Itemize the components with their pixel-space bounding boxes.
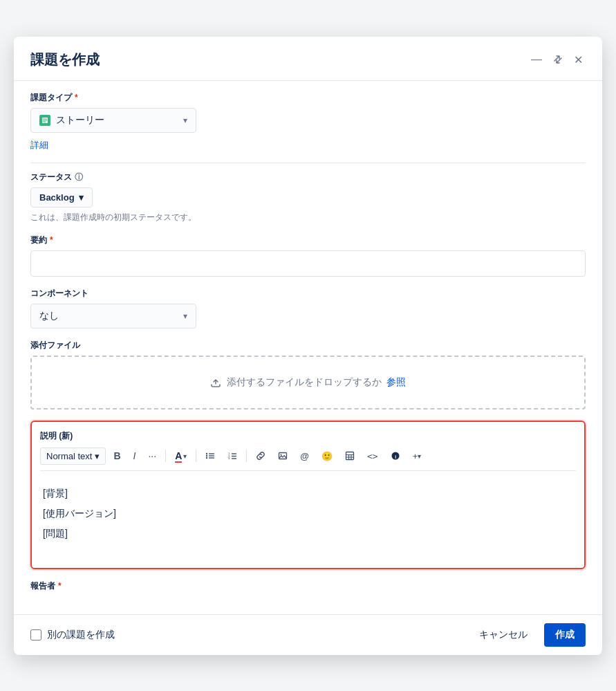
bold-button[interactable]: B [109, 448, 125, 464]
description-section: 説明 (新) Normal text ▾ B I ··· A ▾ [30, 421, 586, 569]
minimize-button[interactable]: — [528, 50, 545, 69]
component-value: なし [39, 310, 59, 322]
attachment-section: 添付ファイル 添付するファイルをドロップするか 参照 [30, 340, 586, 409]
dialog-footer: 別の課題を作成 キャンセル 作成 [14, 614, 602, 655]
dialog-title: 課題を作成 [30, 50, 100, 69]
required-star: * [75, 93, 78, 102]
svg-rect-13 [279, 453, 287, 459]
create-another-wrapper[interactable]: 別の課題を作成 [30, 629, 115, 641]
emoji-button[interactable]: 🙂 [317, 448, 337, 464]
upload-icon [210, 376, 227, 387]
more-formatting-button[interactable]: ··· [143, 448, 161, 464]
summary-label: 要約 * [30, 234, 586, 246]
bullet-list-button[interactable] [200, 448, 220, 463]
required-star-reporter: * [58, 581, 62, 591]
create-button[interactable]: 作成 [544, 623, 586, 647]
editor-toolbar: Normal text ▾ B I ··· A ▾ [40, 448, 576, 471]
svg-point-3 [206, 457, 207, 459]
resize-button[interactable] [550, 50, 566, 69]
text-style-chevron-icon: ▾ [95, 451, 100, 461]
component-dropdown[interactable]: なし ▾ [30, 304, 196, 329]
text-style-dropdown[interactable]: Normal text ▾ [40, 448, 106, 465]
status-label: ステータス ⓘ [30, 172, 586, 183]
attachment-instruction: 添付するファイルをドロップするか 参照 [210, 376, 407, 387]
story-icon [39, 115, 50, 126]
browse-link[interactable]: 参照 [386, 376, 406, 387]
info-button[interactable]: i [386, 448, 405, 463]
italic-button[interactable]: I [129, 448, 141, 464]
cancel-button[interactable]: キャンセル [468, 623, 539, 647]
reporter-section: 報告者 * [30, 580, 586, 592]
image-button[interactable] [273, 448, 292, 463]
create-another-label: 別の課題を作成 [47, 629, 115, 641]
code-button[interactable]: <> [362, 448, 383, 464]
separator-2 [196, 450, 196, 462]
description-label: 説明 (新) [40, 430, 576, 442]
attachment-dropzone[interactable]: 添付するファイルをドロップするか 参照 [30, 356, 586, 409]
summary-section: 要約 * [30, 234, 586, 277]
dialog-controls: — ✕ [528, 50, 586, 69]
content-line-3: [問題] [43, 525, 573, 542]
more-options-button[interactable]: +▾ [408, 448, 427, 464]
separator-1 [165, 450, 166, 462]
create-another-checkbox[interactable] [30, 629, 41, 641]
status-dropdown[interactable]: Backlog ▾ [30, 187, 93, 208]
dialog-header: 課題を作成 — ✕ [14, 37, 602, 81]
reporter-label: 報告者 * [30, 580, 586, 592]
status-section: ステータス ⓘ Backlog ▾ これは、課題作成時の初期ステータスです。 [30, 172, 586, 223]
divider-1 [30, 163, 586, 163]
svg-text:i: i [395, 454, 396, 459]
content-line-2: [使用バージョン] [43, 505, 573, 522]
table-button[interactable] [340, 448, 360, 463]
color-chevron-icon: ▾ [183, 452, 187, 460]
status-hint: これは、課題作成時の初期ステータスです。 [30, 212, 586, 223]
summary-input[interactable] [30, 250, 586, 277]
separator-3 [246, 450, 247, 462]
attachment-label: 添付ファイル [30, 340, 586, 351]
component-label: コンポーネント [30, 288, 586, 300]
info-icon: ⓘ [75, 172, 83, 183]
detail-link[interactable]: 詳細 [30, 140, 48, 150]
content-line-1: [背景] [43, 485, 573, 502]
chevron-down-icon: ▾ [183, 116, 187, 125]
svg-text:3.: 3. [228, 457, 230, 460]
image-icon [278, 451, 288, 461]
component-chevron-icon: ▾ [183, 311, 187, 321]
close-button[interactable]: ✕ [571, 50, 586, 69]
svg-point-2 [206, 455, 207, 457]
text-style-value: Normal text [46, 451, 92, 461]
issue-type-label: 課題タイプ * [30, 92, 586, 104]
required-star-summary: * [50, 235, 53, 245]
numbered-list-button[interactable]: 1. 2. 3. [223, 448, 242, 463]
svg-point-1 [206, 453, 207, 454]
link-icon [256, 451, 265, 461]
create-issue-dialog: 課題を作成 — ✕ 課題タイプ * [14, 37, 602, 655]
dialog-body: 課題タイプ * ストーリー ▾ 詳細 ステータス ⓘ [14, 81, 602, 614]
info-icon: i [391, 451, 400, 461]
issue-type-section: 課題タイプ * ストーリー ▾ 詳細 [30, 92, 586, 151]
footer-buttons: キャンセル 作成 [468, 623, 586, 647]
svg-point-14 [281, 454, 282, 456]
link-button[interactable] [251, 448, 270, 463]
mention-button[interactable]: @ [295, 448, 314, 464]
issue-type-dropdown[interactable]: ストーリー ▾ [30, 108, 196, 133]
numbered-list-icon: 1. 2. 3. [227, 451, 237, 461]
issue-type-value: ストーリー [56, 114, 104, 127]
table-icon [345, 451, 355, 461]
bullet-list-icon [205, 451, 215, 461]
component-section: コンポーネント なし ▾ [30, 288, 586, 329]
status-chevron-icon: ▾ [79, 192, 84, 203]
svg-rect-15 [346, 452, 353, 460]
resize-icon [553, 55, 563, 64]
editor-content[interactable]: [背景] [使用バージョン] [問題] [40, 477, 576, 560]
text-color-button[interactable]: A ▾ [170, 448, 192, 464]
